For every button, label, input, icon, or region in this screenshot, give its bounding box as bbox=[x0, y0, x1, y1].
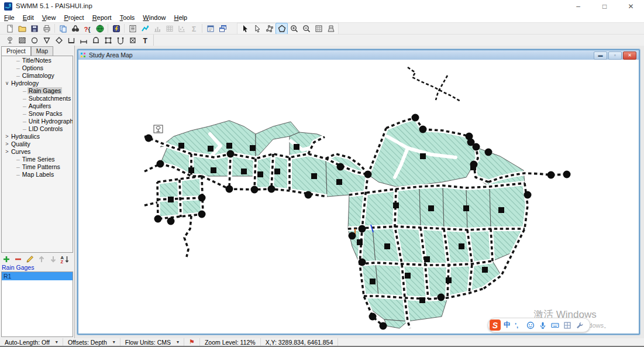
save-file-button[interactable] bbox=[28, 23, 40, 35]
open-file-button[interactable] bbox=[16, 23, 28, 35]
sort-object-button[interactable]: AZ bbox=[60, 255, 70, 264]
new-file-button[interactable] bbox=[4, 23, 16, 35]
menu-file[interactable]: File bbox=[0, 14, 19, 21]
measure-button[interactable] bbox=[325, 23, 337, 35]
tree-item-curves[interactable]: >Curves bbox=[2, 147, 73, 155]
tree-item-quality[interactable]: >Quality bbox=[2, 140, 73, 147]
tree-item-lid-controls[interactable]: –LID Controls bbox=[2, 125, 73, 132]
rain-gage-button[interactable] bbox=[4, 35, 16, 46]
tree-item-time-series[interactable]: –Time Series bbox=[2, 155, 73, 163]
chinese-mode-icon[interactable]: 中 bbox=[504, 320, 511, 330]
grid-icon[interactable] bbox=[563, 321, 572, 330]
scatter-plot-icon bbox=[177, 24, 187, 33]
select-object-button[interactable] bbox=[239, 23, 251, 35]
outlet-button[interactable] bbox=[126, 35, 139, 46]
map-window-titlebar[interactable]: Study Area Map ▬ ▫ ✕ bbox=[78, 50, 639, 60]
chevron-down-icon: ▾ bbox=[56, 339, 58, 345]
table-button bbox=[163, 23, 175, 35]
punctuation-icon[interactable]: ’, bbox=[514, 321, 523, 330]
list-item-r1[interactable]: R1 bbox=[2, 272, 73, 280]
find-button[interactable] bbox=[69, 23, 81, 35]
emoji-icon[interactable] bbox=[526, 321, 535, 330]
tab-map[interactable]: Map bbox=[31, 46, 53, 56]
study-area-map-canvas[interactable] bbox=[78, 60, 637, 333]
tree-item-title-notes[interactable]: –Title/Notes bbox=[2, 56, 73, 64]
add-object-button[interactable] bbox=[1, 255, 11, 264]
wrench-icon[interactable] bbox=[575, 321, 584, 330]
new-file-icon bbox=[5, 24, 15, 33]
select-vertex-button[interactable] bbox=[263, 23, 275, 35]
maximize-button[interactable]: □ bbox=[591, 0, 618, 13]
pump-button[interactable] bbox=[89, 35, 102, 46]
svg-text:Σ: Σ bbox=[192, 25, 196, 33]
tree-item-rain-gages[interactable]: –Rain Gages bbox=[2, 87, 73, 94]
tree-item-snow-packs[interactable]: –Snow Packs bbox=[2, 109, 73, 117]
edit-object-button[interactable] bbox=[25, 255, 35, 264]
close-button[interactable]: ✕ bbox=[618, 0, 644, 13]
keyboard-icon[interactable] bbox=[550, 321, 560, 330]
tree-item-aquifers[interactable]: –Aquifers bbox=[2, 102, 73, 109]
tab-project[interactable]: Project bbox=[1, 46, 31, 56]
chevron-right-icon[interactable]: > bbox=[4, 149, 10, 154]
profile-plot-button[interactable] bbox=[139, 23, 151, 35]
tree-item-unit-hydrographs[interactable]: –Unit Hydrographs bbox=[2, 117, 73, 125]
report-button[interactable] bbox=[126, 23, 139, 35]
zoom-out-button[interactable] bbox=[300, 23, 312, 35]
minimize-button[interactable]: – bbox=[565, 0, 591, 13]
orifice-button[interactable] bbox=[102, 35, 114, 46]
title-bar: SWMM 5.1 - PAISHUI.inp – □ ✕ bbox=[0, 0, 644, 13]
select-region-button[interactable] bbox=[251, 23, 263, 35]
weir-button[interactable] bbox=[114, 35, 126, 46]
tree-item-climatology[interactable]: –Climatology bbox=[2, 71, 73, 79]
divider-button[interactable] bbox=[53, 35, 65, 46]
junction-icon bbox=[30, 36, 39, 45]
copy-button[interactable] bbox=[57, 23, 69, 35]
menu-help[interactable]: Help bbox=[170, 14, 191, 21]
microphone-icon[interactable] bbox=[538, 321, 547, 330]
pan-button[interactable] bbox=[275, 23, 288, 35]
map-minimize-button[interactable]: ▬ bbox=[594, 51, 607, 60]
status-bar: Auto-Length: Off▾Offsets: Depth▾Flow Uni… bbox=[0, 338, 644, 346]
outfall-icon bbox=[42, 36, 51, 45]
subcatchment-button[interactable] bbox=[16, 35, 28, 46]
arrange-windows-button[interactable] bbox=[216, 23, 229, 35]
map-restore-button[interactable]: ▫ bbox=[608, 51, 622, 60]
auto-length-selector[interactable]: Auto-Length: Off▾ bbox=[0, 338, 63, 346]
chevron-down-icon[interactable]: ∨ bbox=[4, 80, 10, 86]
full-extent-button[interactable] bbox=[312, 23, 325, 35]
offsets-selector[interactable]: Offsets: Depth▾ bbox=[63, 338, 120, 346]
object-list: R1 bbox=[1, 272, 73, 337]
print-button[interactable] bbox=[40, 23, 53, 35]
zoom-in-button[interactable] bbox=[288, 23, 300, 35]
tree-item-hydraulics[interactable]: >Hydraulics bbox=[2, 132, 73, 140]
tree-item-options[interactable]: –Options bbox=[2, 64, 73, 71]
storage-unit-button[interactable] bbox=[65, 35, 77, 46]
chevron-right-icon[interactable]: > bbox=[4, 141, 10, 147]
text-label-button[interactable]: T bbox=[139, 35, 151, 46]
map-close-button[interactable]: ✕ bbox=[623, 51, 636, 60]
chevron-right-icon[interactable]: > bbox=[4, 133, 10, 139]
menu-project[interactable]: Project bbox=[60, 14, 88, 21]
menu-view[interactable]: View bbox=[38, 14, 60, 21]
outfall-button[interactable] bbox=[40, 35, 53, 46]
delete-object-button[interactable] bbox=[13, 255, 23, 264]
query-button[interactable]: ?{ bbox=[81, 23, 94, 35]
menu-report[interactable]: Report bbox=[88, 14, 116, 21]
flow-units-selector[interactable]: Flow Units: CMS▾ bbox=[120, 338, 184, 346]
junction-button[interactable] bbox=[28, 35, 40, 46]
menu-window[interactable]: Window bbox=[139, 14, 170, 21]
options-button[interactable] bbox=[204, 23, 216, 35]
statistics-icon: Σ bbox=[190, 24, 199, 33]
tree-item-subcatchments[interactable]: –Subcatchments bbox=[2, 94, 73, 102]
run-simulation-button[interactable] bbox=[110, 23, 122, 35]
tree-item-hydrology[interactable]: ∨Hydrology bbox=[2, 79, 73, 87]
overview-globe-button[interactable] bbox=[94, 23, 106, 35]
tree-item-map-labels[interactable]: –Map Labels bbox=[2, 170, 73, 178]
menu-edit[interactable]: Edit bbox=[19, 14, 38, 21]
menu-tools[interactable]: Tools bbox=[116, 14, 139, 21]
sogou-logo-icon[interactable]: S bbox=[490, 319, 501, 331]
zoom-out-icon bbox=[302, 24, 311, 33]
tree-item-time-patterns[interactable]: –Time Patterns bbox=[2, 163, 73, 170]
conduit-button[interactable] bbox=[77, 35, 89, 46]
overview-globe-icon bbox=[95, 24, 105, 33]
